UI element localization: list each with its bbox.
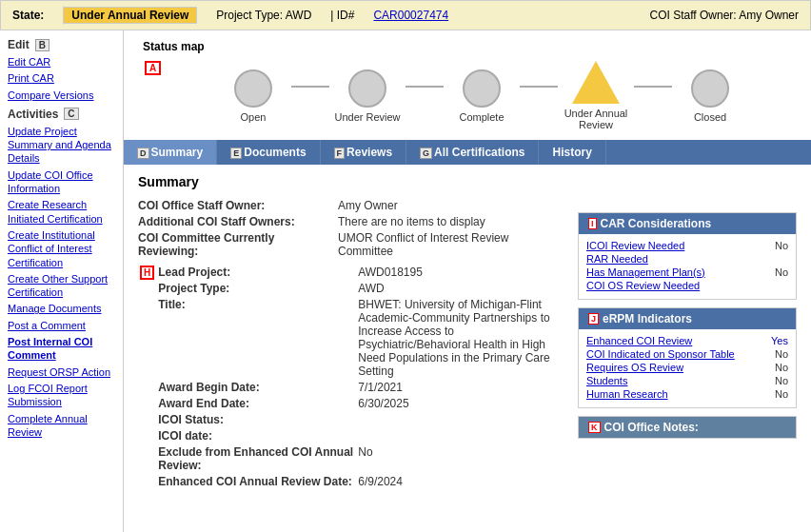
staff-owner-label: COI Office Staff Owner:: [138, 199, 338, 212]
car-considerations-body: ICOI Review Needed No RAR Needed Has Man…: [579, 234, 796, 299]
erpm-label-2[interactable]: Requires OS Review: [586, 362, 683, 373]
info-row-icoi-status: ICOI Status:: [158, 413, 564, 426]
info-row-title: Title: BHWET: University of Michigan-Fli…: [158, 298, 564, 378]
erpm-title: eRPM Indicators: [603, 312, 692, 325]
erpm-row-2: Requires OS Review No: [586, 362, 788, 373]
compare-versions-link[interactable]: Compare Versions: [8, 89, 115, 102]
icoi-status-label: ICOI Status:: [158, 413, 358, 426]
erpm-label-3[interactable]: Students: [586, 375, 627, 386]
icoi-date-label: ICOI date:: [158, 429, 358, 443]
tab-d-annot: D: [137, 148, 149, 159]
activity-6[interactable]: Post a Comment: [8, 319, 115, 332]
state-label: State:: [12, 9, 44, 22]
car-label-3[interactable]: COI OS Review Needed: [586, 280, 700, 291]
coi-notes-title: COI Office Notes:: [604, 421, 699, 434]
erpm-row-4: Human Research No: [586, 388, 788, 400]
status-line-3: [520, 86, 558, 88]
info-row-committee: COI Committee Currently Reviewing: UMOR …: [138, 231, 564, 258]
car-link[interactable]: CAR00027474: [373, 9, 448, 22]
summary-main: Summary COI Office Staff Owner: Amy Owne…: [138, 174, 564, 499]
activity-1[interactable]: Update COI Office Information: [8, 168, 115, 196]
award-end-value: 6/30/2025: [358, 397, 564, 410]
icoi-status-value: [358, 413, 564, 426]
edit-car-link[interactable]: Edit CAR: [8, 55, 115, 69]
erpm-label-0[interactable]: Enhanced COI Review: [586, 335, 692, 346]
car-label-1[interactable]: RAR Needed: [586, 253, 648, 265]
activity-7[interactable]: Post Internal COI Comment: [8, 335, 115, 363]
top-bar: State: Under Annual Review Project Type:…: [0, 0, 811, 30]
id-label: | ID#: [330, 9, 354, 22]
tab-summary[interactable]: DSummary: [124, 140, 217, 165]
activities-annot: C: [64, 108, 78, 120]
erpm-label-1[interactable]: COI Indicated on Sponsor Table: [586, 348, 735, 360]
car-label-2[interactable]: Has Management Plan(s): [586, 266, 705, 278]
activity-0[interactable]: Update Project Summary and Agenda Detail…: [8, 125, 115, 166]
i-annot: I: [588, 218, 597, 229]
erpm-panel: J eRPM Indicators Enhanced COI Review Ye…: [578, 307, 797, 408]
status-label-closed: Closed: [694, 111, 726, 123]
tab-reviews[interactable]: FReviews: [321, 140, 407, 165]
exclude-enhanced-label: Exclude from Enhanced COI Annual Review:: [158, 445, 358, 472]
info-row-lead-project: Lead Project: AWD018195: [158, 266, 564, 279]
status-label-complete: Complete: [459, 111, 504, 123]
coi-notes-header: K COI Office Notes:: [579, 417, 796, 438]
print-car-link[interactable]: Print CAR: [8, 71, 115, 85]
car-considerations-header: I CAR Considerations: [579, 213, 796, 234]
car-row-2: Has Management Plan(s) No: [586, 266, 788, 278]
exclude-enhanced-value: No: [358, 445, 564, 472]
tab-history[interactable]: History: [539, 140, 605, 165]
erpm-body: Enhanced COI Review Yes COI Indicated on…: [579, 329, 796, 407]
car-considerations-panel: I CAR Considerations ICOI Review Needed …: [578, 212, 797, 300]
edit-annot: B: [35, 39, 49, 51]
award-begin-label: Award Begin Date:: [158, 381, 358, 394]
info-row-exclude-enhanced: Exclude from Enhanced COI Annual Review:…: [158, 445, 564, 472]
tab-g-annot: G: [420, 148, 432, 159]
car-considerations-title: CAR Considerations: [601, 217, 712, 230]
status-node-complete: Complete: [444, 69, 520, 123]
erpm-value-0: Yes: [771, 335, 788, 346]
staff-owner-value: Amy Owner: [338, 199, 564, 212]
j-annot: J: [588, 313, 599, 325]
status-circle-closed: [691, 69, 729, 108]
enhanced-date-label: Enhanced COI Annual Review Date:: [158, 475, 358, 488]
info-row-icoi-date: ICOI date:: [158, 429, 564, 443]
info-row-enhanced-date: Enhanced COI Annual Review Date: 6/9/202…: [158, 475, 564, 488]
k-annot: K: [588, 422, 601, 433]
status-circle-complete: [463, 69, 501, 108]
activity-5[interactable]: Manage Documents: [8, 302, 115, 315]
status-label-annual-review: Under AnnualReview: [564, 108, 628, 130]
erpm-row-3: Students No: [586, 375, 788, 386]
side-panels: I CAR Considerations ICOI Review Needed …: [578, 174, 797, 499]
project-type: Project Type: AWD: [216, 9, 311, 22]
info-row-award-begin: Award Begin Date: 7/1/2021: [158, 381, 564, 394]
activity-4[interactable]: Create Other Support Certification: [8, 272, 115, 300]
tab-documents[interactable]: EDocuments: [217, 140, 320, 165]
erpm-label-4[interactable]: Human Research: [586, 388, 668, 400]
info-row-award-end: Award End Date: 6/30/2025: [158, 397, 564, 410]
erpm-row-1: COI Indicated on Sponsor Table No: [586, 348, 788, 360]
car-row-0: ICOI Review Needed No: [586, 240, 788, 251]
title-value: BHWET: University of Michigan-Flint Acad…: [358, 298, 564, 378]
summary-body: Summary COI Office Staff Owner: Amy Owne…: [124, 165, 811, 508]
main-content: Status map A Open Under Review: [124, 30, 811, 532]
additional-owners-value: There are no items to display: [338, 215, 564, 228]
app-container: State: Under Annual Review Project Type:…: [0, 0, 811, 532]
project-details: Lead Project: AWD018195 Project Type: AW…: [158, 266, 564, 491]
status-node-open: Open: [215, 69, 291, 123]
activity-3[interactable]: Create Institutional Conflict of Interes…: [8, 228, 115, 269]
activity-9[interactable]: Log FCOI Report Submission: [8, 382, 115, 409]
info-row-project-type: Project Type: AWD: [158, 282, 564, 295]
car-label-0[interactable]: ICOI Review Needed: [586, 240, 684, 251]
activity-10[interactable]: Complete Annual Review: [8, 412, 115, 440]
tab-all-certifications[interactable]: GAll Certifications: [406, 140, 539, 165]
lead-project-value: AWD018195: [358, 266, 564, 279]
status-label-under-review: Under Review: [334, 111, 400, 123]
status-line-4: [634, 86, 672, 88]
title-label: Title:: [158, 298, 358, 378]
status-node-under-review: Under Review: [329, 69, 406, 123]
activity-2[interactable]: Create Research Initiated Certification: [8, 198, 115, 226]
status-triangle-annual-review: [572, 61, 620, 104]
status-circle-under-review: [348, 69, 386, 108]
activity-8[interactable]: Request ORSP Action: [8, 365, 115, 379]
status-line-2: [406, 86, 444, 88]
